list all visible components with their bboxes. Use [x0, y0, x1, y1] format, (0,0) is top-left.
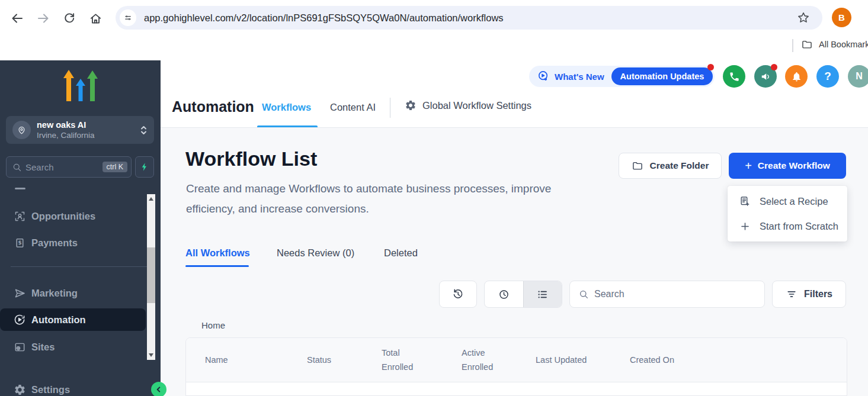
content-area: Workflow List Create and manage Workflow…: [161, 128, 868, 396]
scrollbar-up-arrow[interactable]: [147, 194, 155, 204]
marketing-icon: [13, 286, 26, 300]
tab-workflows[interactable]: Workflows: [262, 102, 311, 113]
clock-icon: [498, 288, 510, 301]
help-button[interactable]: ?: [816, 65, 839, 88]
sidebar-collapse-button[interactable]: [151, 382, 166, 396]
view-toggle: [484, 281, 562, 308]
sidebar-item-payments[interactable]: $ Payments: [0, 231, 146, 254]
workflow-search[interactable]: [569, 281, 765, 308]
plus-icon: [738, 220, 751, 233]
settings-icon: [13, 383, 26, 396]
tab-content-ai[interactable]: Content AI: [330, 102, 376, 113]
main-area: What's New Automation Updates ? N: [161, 56, 868, 396]
whats-new-button[interactable]: What's New Automation Updates: [529, 66, 715, 87]
help-icon: ?: [824, 70, 831, 83]
quick-actions-button[interactable]: [135, 156, 154, 178]
recent-view-button[interactable]: [485, 281, 523, 307]
chevron-up-down-icon: [139, 124, 148, 136]
forward-icon[interactable]: [34, 9, 52, 27]
history-icon: [451, 288, 465, 301]
workflow-list-title: Workflow List: [185, 147, 317, 170]
global-workflow-settings-label: Global Workflow Settings: [422, 100, 531, 111]
folder-icon: [632, 160, 643, 172]
sidebar-scrollbar[interactable]: [147, 194, 155, 360]
gohighlevel-logo-icon: [63, 70, 98, 102]
sidebar-item-marketing[interactable]: Marketing: [0, 282, 146, 304]
opportunities-icon: [13, 210, 26, 223]
scrolled-item-partial: [15, 188, 25, 189]
sidebar-item-automation[interactable]: Automation: [0, 308, 146, 331]
column-header-total-enrolled: Total Enrolled: [382, 338, 423, 382]
sidebar: new oaks AI Irvine, California ctrl K Op…: [0, 60, 161, 396]
sidebar-search-input[interactable]: [25, 162, 103, 172]
workflow-table: Name Status Total Enrolled Active Enroll…: [185, 337, 847, 396]
automation-icon: [13, 313, 26, 326]
phone-button[interactable]: [723, 65, 745, 88]
reload-icon[interactable]: [60, 9, 78, 27]
automation-updates-badge[interactable]: Automation Updates: [611, 67, 713, 85]
user-avatar[interactable]: N: [848, 65, 868, 88]
header-divider: [390, 98, 390, 118]
column-header-last-updated: Last Updated: [536, 338, 587, 382]
workflow-list-subtitle-line1: Create and manage Workflows to automate …: [186, 182, 551, 195]
workflow-list-subtitle-line2: efficiency, and increase conversions.: [186, 202, 369, 215]
list-view-icon: [536, 288, 549, 301]
notifications-button[interactable]: [785, 65, 808, 88]
phone-icon: [729, 71, 740, 82]
create-folder-button[interactable]: Create Folder: [619, 153, 722, 179]
bookmarks-bar: All Bookmarks: [0, 36, 868, 56]
sidebar-item-opportunities[interactable]: Opportunities: [0, 205, 146, 227]
scrollbar-thumb[interactable]: [147, 247, 155, 303]
list-view-button[interactable]: [524, 281, 562, 307]
screen: app.gohighlevel.com/v2/location/lnPS691g…: [0, 0, 868, 396]
announcements-button[interactable]: [754, 65, 777, 88]
all-bookmarks-item[interactable]: All Bookmarks: [801, 38, 868, 50]
keyboard-shortcut-badge: ctrl K: [103, 162, 127, 172]
create-workflow-button[interactable]: + Create Workflow: [729, 153, 846, 179]
tab-all-workflows[interactable]: All Workflows: [185, 247, 250, 259]
whats-new-icon: [537, 70, 550, 83]
page-title: Automation: [172, 98, 254, 115]
lightning-bolt-icon: [140, 162, 149, 172]
bookmark-star-icon[interactable]: [796, 11, 811, 25]
column-header-name: Name: [205, 338, 228, 382]
browser-toolbar: app.gohighlevel.com/v2/location/lnPS691g…: [0, 0, 868, 36]
recipe-icon: [738, 195, 751, 208]
tab-needs-review[interactable]: Needs Review (0): [277, 247, 354, 259]
menu-item-select-recipe[interactable]: Select a Recipe: [728, 189, 847, 214]
menu-item-start-from-scratch[interactable]: Start from Scratch: [728, 214, 847, 239]
gear-icon: [405, 99, 417, 111]
sidebar-item-settings[interactable]: Settings: [0, 378, 146, 396]
chevron-left-icon: [154, 385, 164, 394]
plus-icon: +: [745, 159, 752, 173]
svg-text:$: $: [18, 240, 21, 246]
enrollment-history-button[interactable]: [439, 281, 477, 308]
global-workflow-settings-link[interactable]: Global Workflow Settings: [405, 99, 531, 111]
address-bar[interactable]: app.gohighlevel.com/v2/location/lnPS691g…: [116, 6, 822, 30]
account-switcher[interactable]: new oaks AI Irvine, California: [6, 116, 154, 144]
search-icon: [12, 162, 22, 172]
url-text[interactable]: app.gohighlevel.com/v2/location/lnPS691g…: [144, 12, 504, 24]
bookmarks-divider: [792, 39, 793, 52]
filters-button[interactable]: Filters: [772, 281, 846, 308]
notification-dot: [771, 64, 777, 70]
workflow-search-input[interactable]: [594, 289, 764, 300]
sidebar-item-sites[interactable]: Sites: [0, 336, 146, 358]
column-header-active-enrolled: Active Enrolled: [462, 338, 503, 382]
browser-profile-avatar[interactable]: B: [832, 8, 851, 27]
active-tab-underline: [257, 125, 318, 127]
tab-deleted[interactable]: Deleted: [384, 247, 418, 259]
scrollbar-down-arrow[interactable]: [147, 350, 155, 360]
sidebar-search[interactable]: ctrl K: [6, 156, 132, 178]
sidebar-divider: [11, 266, 149, 267]
home-icon[interactable]: [87, 9, 104, 27]
notification-dot: [707, 64, 714, 70]
breadcrumb[interactable]: Home: [201, 320, 225, 330]
bell-icon: [791, 71, 802, 82]
all-bookmarks-label: All Bookmarks: [819, 40, 868, 49]
site-settings-icon[interactable]: [120, 9, 136, 26]
back-icon[interactable]: [8, 9, 26, 27]
account-location: Irvine, California: [37, 131, 95, 140]
account-name: new oaks AI: [37, 120, 86, 130]
active-tab-underline: [185, 265, 249, 267]
